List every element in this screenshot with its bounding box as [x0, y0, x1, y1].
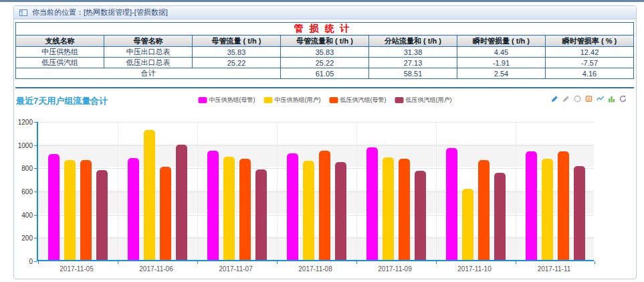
y-axis-tick-label: 800	[21, 165, 33, 172]
total-cell: 2.54	[457, 68, 546, 79]
bar[interactable]	[462, 189, 473, 260]
gridline-vertical	[277, 122, 278, 260]
table-cell: -1.91	[457, 58, 546, 68]
table-cell: 低压供汽组	[16, 58, 104, 68]
chart-plot	[37, 122, 594, 261]
table-cell: 中压出口总表	[104, 47, 193, 58]
bar[interactable]	[319, 151, 330, 260]
x-axis-label: 2017-11-06	[116, 265, 196, 273]
gridline-vertical	[356, 122, 357, 260]
table-cell: 25.22	[193, 58, 281, 68]
bar[interactable]	[383, 157, 394, 260]
y-axis-tick-label: 0	[29, 258, 33, 265]
bar[interactable]	[494, 173, 506, 260]
bar[interactable]	[303, 161, 314, 260]
grid-band	[38, 190, 594, 214]
grid-band	[38, 167, 594, 190]
y-axis-labels: 020040060080010001200	[14, 122, 34, 261]
bar[interactable]	[223, 157, 235, 260]
x-axis-labels: 2017-11-052017-11-062017-11-072017-11-08…	[37, 265, 594, 275]
bar[interactable]	[207, 151, 219, 260]
bar[interactable]	[160, 167, 171, 260]
column-header: 母管流量和 ( t/h )	[281, 36, 369, 47]
restore-icon[interactable]	[619, 94, 627, 103]
chart-legend: 中压供热组(母管)中压供热组(用户)低压供汽组(母管)低压供汽组(用户)	[199, 96, 452, 104]
table-cell: 12.42	[546, 47, 634, 58]
y-axis-tick-label: 1200	[18, 119, 33, 126]
column-header: 母管流量 ( t/h )	[193, 36, 281, 47]
gridline	[38, 122, 594, 123]
bar[interactable]	[287, 153, 298, 260]
bar[interactable]	[64, 160, 76, 260]
gridline	[38, 215, 594, 216]
switch-bar-chart-icon[interactable]	[607, 94, 616, 103]
section-divider	[15, 87, 634, 88]
chart-toolbox	[550, 94, 627, 103]
x-axis-tick	[356, 261, 357, 264]
legend-color-chip	[330, 97, 338, 103]
y-axis-tick	[34, 261, 37, 262]
bar[interactable]	[526, 151, 537, 260]
y-axis-tick	[34, 238, 37, 238]
chart-title: 最近7天用户组流量合计	[16, 95, 108, 107]
table-row: 中压供热组中压出口总表35.8335.8331.384.4512.42	[16, 47, 634, 58]
bar[interactable]	[176, 145, 187, 260]
legend-item[interactable]: 低压供汽组(母管)	[330, 96, 387, 104]
table-cell: -7.57	[546, 58, 634, 68]
total-label: 合计	[16, 68, 281, 79]
column-header: 瞬时管损量 ( t/h )	[457, 36, 546, 47]
bar[interactable]	[128, 158, 139, 260]
bar[interactable]	[574, 166, 585, 260]
legend-color-chip	[199, 97, 207, 103]
grid-band	[38, 214, 594, 237]
bar[interactable]	[48, 154, 60, 260]
mark-undo-icon[interactable]	[562, 94, 570, 103]
total-cell: 4.16	[546, 68, 634, 79]
x-axis-label: 2017-11-11	[514, 265, 594, 273]
grid-band	[38, 121, 594, 144]
bar[interactable]	[335, 162, 346, 260]
grid-band	[38, 144, 594, 167]
x-axis-label: 2017-11-05	[37, 265, 116, 273]
legend-item[interactable]: 中压供热组(母管)	[199, 96, 255, 104]
mark-icon[interactable]	[550, 94, 559, 103]
content-panel: 你当前的位置：[热网数据管理]-[管损数据] 管损统计 支线名称母管名称母管流量…	[13, 5, 637, 279]
legend-item[interactable]: 中压供热组(用户)	[264, 96, 321, 104]
bar[interactable]	[144, 130, 155, 260]
bar[interactable]	[542, 159, 553, 260]
bar[interactable]	[399, 159, 410, 260]
x-axis-label: 2017-11-08	[276, 265, 355, 273]
y-axis-tick-label: 1000	[18, 142, 33, 149]
bar[interactable]	[239, 159, 251, 260]
switch-line-chart-icon[interactable]	[596, 94, 605, 103]
gridline-vertical	[197, 122, 198, 260]
x-axis-tick	[38, 261, 39, 264]
table-header-row: 支线名称母管名称母管流量 ( t/h )母管流量和 ( t/h )分站流量和 (…	[16, 36, 634, 47]
bar[interactable]	[80, 160, 92, 260]
y-axis-tick-label: 600	[21, 188, 33, 196]
bar[interactable]	[478, 160, 490, 260]
bar[interactable]	[415, 171, 426, 260]
column-header: 瞬时管损率 ( % )	[546, 36, 634, 47]
mark-clear-icon[interactable]	[573, 94, 582, 103]
x-axis-label: 2017-11-07	[196, 265, 276, 273]
legend-color-chip	[395, 97, 404, 103]
gridline	[38, 192, 594, 192]
legend-label: 中压供热组(用户)	[275, 96, 321, 104]
x-axis-tick	[516, 261, 516, 264]
table-title: 管损统计	[16, 23, 634, 36]
gridline-vertical	[516, 122, 516, 260]
bar[interactable]	[446, 148, 457, 260]
bar[interactable]	[255, 169, 267, 260]
gridline	[38, 145, 594, 146]
legend-item[interactable]: 低压供汽组(用户)	[395, 96, 452, 104]
column-header: 母管名称	[104, 36, 193, 47]
bar[interactable]	[96, 170, 108, 260]
bar[interactable]	[366, 147, 378, 260]
legend-color-chip	[264, 97, 273, 103]
bar[interactable]	[558, 151, 569, 260]
table-cell: 35.83	[281, 47, 369, 58]
table-cell: 27.13	[369, 58, 457, 68]
data-view-icon[interactable]	[584, 94, 593, 103]
table-cell: 31.38	[369, 47, 457, 58]
